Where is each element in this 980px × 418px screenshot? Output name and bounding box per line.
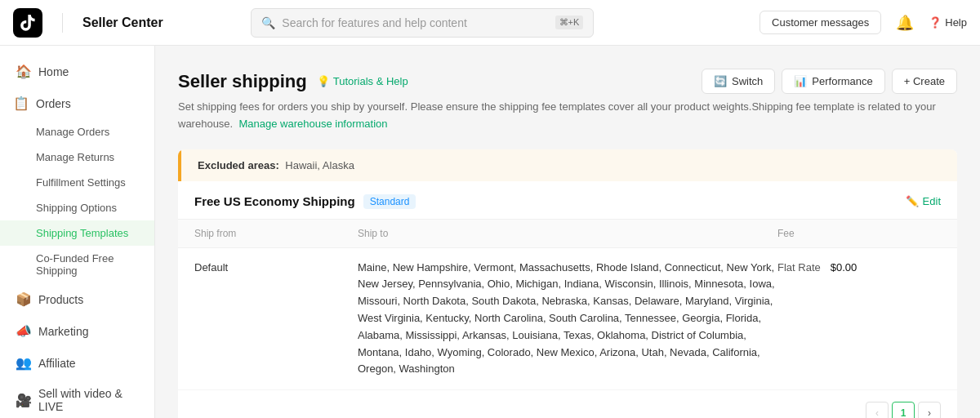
sidebar-item-shipping-options[interactable]: Shipping Options xyxy=(0,195,154,220)
table-row: Default Maine, New Hampshire, Vermont, M… xyxy=(178,248,957,391)
sidebar-item-sell-video[interactable]: 🎥 Sell with video & LIVE xyxy=(0,379,154,418)
page-header: Seller shipping 💡 Tutorials & Help 🔄 Swi… xyxy=(178,69,957,94)
customer-messages-button[interactable]: Customer messages xyxy=(760,11,881,34)
search-icon: 🔍 xyxy=(261,16,275,29)
sidebar-parent-orders[interactable]: 📋 Orders xyxy=(0,87,154,119)
switch-button[interactable]: 🔄 Switch xyxy=(702,69,775,94)
switch-icon: 🔄 xyxy=(714,75,727,87)
chart-icon: 📊 xyxy=(794,75,807,87)
logo-divider xyxy=(62,13,63,33)
video-icon: 🎥 xyxy=(16,393,30,408)
notifications-button[interactable]: 🔔 xyxy=(891,9,919,37)
sidebar-item-home[interactable]: 🏠 Home xyxy=(0,56,154,87)
performance-button[interactable]: 📊 Performance xyxy=(782,69,884,94)
help-circle-icon: ❓ xyxy=(929,16,942,29)
fee-value: $0.00 xyxy=(831,260,858,277)
sidebar-item-marketing[interactable]: 📣 Marketing xyxy=(0,315,154,347)
sidebar-item-shipping-templates[interactable]: Shipping Templates xyxy=(0,220,154,246)
sidebar-products-label: Products xyxy=(38,293,83,306)
affiliate-icon: 👥 xyxy=(16,355,30,371)
template-header: Free US Economy Shipping Standard ✏️ Edi… xyxy=(178,181,957,220)
edit-template-button[interactable]: ✏️ Edit xyxy=(906,195,941,207)
lightbulb-icon: 💡 xyxy=(317,75,330,87)
sidebar-item-manage-orders[interactable]: Manage Orders xyxy=(0,119,154,145)
sidebar: 🏠 Home 📋 Orders Manage Orders Manage Ret… xyxy=(0,46,155,418)
create-button[interactable]: + Create xyxy=(892,69,957,94)
fee-type: Flat Rate xyxy=(777,260,821,277)
main-layout: 🏠 Home 📋 Orders Manage Orders Manage Ret… xyxy=(0,46,980,418)
marketing-icon: 📣 xyxy=(16,323,30,339)
col-fee: Fee xyxy=(777,228,941,239)
pagination-page-1-button[interactable]: 1 xyxy=(892,402,915,418)
table-header: Ship from Ship to Fee xyxy=(178,220,957,248)
sidebar-home-label: Home xyxy=(38,65,69,78)
excluded-areas-banner: Excluded areas: Hawaii, Alaska xyxy=(178,149,957,181)
ship-to-states: Maine, New Hampshire, Vermont, Massachus… xyxy=(358,260,777,379)
template-name: Free US Economy Shipping xyxy=(194,194,355,208)
sidebar-marketing-label: Marketing xyxy=(38,325,88,338)
sidebar-section-orders: 📋 Orders Manage Orders Manage Returns Fu… xyxy=(0,87,154,283)
sidebar-sell-video-label: Sell with video & LIVE xyxy=(38,387,141,413)
page-description: Set shipping fees for orders you ship by… xyxy=(178,99,957,133)
shipping-card: Excluded areas: Hawaii, Alaska Free US E… xyxy=(178,149,957,418)
col-ship-from: Ship from xyxy=(194,228,358,239)
search-bar[interactable]: 🔍 Search for features and help content ⌘… xyxy=(251,8,594,38)
app-title: Seller Center xyxy=(82,16,163,30)
page-title-row: Seller shipping 💡 Tutorials & Help xyxy=(178,71,408,92)
excluded-areas-value: Hawaii, Alaska xyxy=(285,159,354,171)
sidebar-item-affiliate[interactable]: 👥 Affiliate xyxy=(0,347,154,379)
header: Seller Center 🔍 Search for features and … xyxy=(0,0,980,46)
sidebar-item-manage-returns[interactable]: Manage Returns xyxy=(0,145,154,170)
pagination-prev-button[interactable]: ‹ xyxy=(866,402,889,418)
sidebar-item-fulfillment-settings[interactable]: Fulfillment Settings xyxy=(0,170,154,195)
home-icon: 🏠 xyxy=(16,64,30,79)
tiktok-logo-icon xyxy=(13,8,42,38)
header-actions: Customer messages 🔔 ❓ Help xyxy=(760,9,967,37)
standard-badge: Standard xyxy=(363,194,416,209)
sidebar-affiliate-label: Affiliate xyxy=(38,357,76,370)
pagination: ‹ 1 › xyxy=(178,390,957,418)
excluded-areas-label: Excluded areas: xyxy=(198,159,279,171)
sidebar-item-co-funded-free-shipping[interactable]: Co-Funded Free Shipping xyxy=(0,246,154,283)
products-icon: 📦 xyxy=(16,291,30,307)
search-placeholder-text: Search for features and help content xyxy=(282,16,548,29)
page-actions: 🔄 Switch 📊 Performance + Create xyxy=(702,69,957,94)
logo: Seller Center xyxy=(13,8,168,38)
col-ship-to: Ship to xyxy=(358,228,777,239)
tutorials-help-link[interactable]: 💡 Tutorials & Help xyxy=(317,75,408,87)
search-keyboard-shortcut: ⌘+K xyxy=(555,16,584,29)
ship-from-default: Default xyxy=(194,260,358,277)
help-button[interactable]: ❓ Help xyxy=(929,16,967,29)
manage-warehouse-link[interactable]: Manage warehouse information xyxy=(238,118,387,130)
main-content: Seller shipping 💡 Tutorials & Help 🔄 Swi… xyxy=(155,46,980,418)
page-title: Seller shipping xyxy=(178,71,307,92)
edit-icon: ✏️ xyxy=(906,195,919,207)
sidebar-item-products[interactable]: 📦 Products xyxy=(0,283,154,315)
sidebar-orders-label: Orders xyxy=(36,97,71,110)
template-name-row: Free US Economy Shipping Standard xyxy=(194,194,416,209)
bell-icon: 🔔 xyxy=(896,14,914,32)
fee-cell: Flat Rate $0.00 xyxy=(777,260,941,277)
pagination-next-button[interactable]: › xyxy=(918,402,941,418)
orders-icon: 📋 xyxy=(13,96,28,111)
